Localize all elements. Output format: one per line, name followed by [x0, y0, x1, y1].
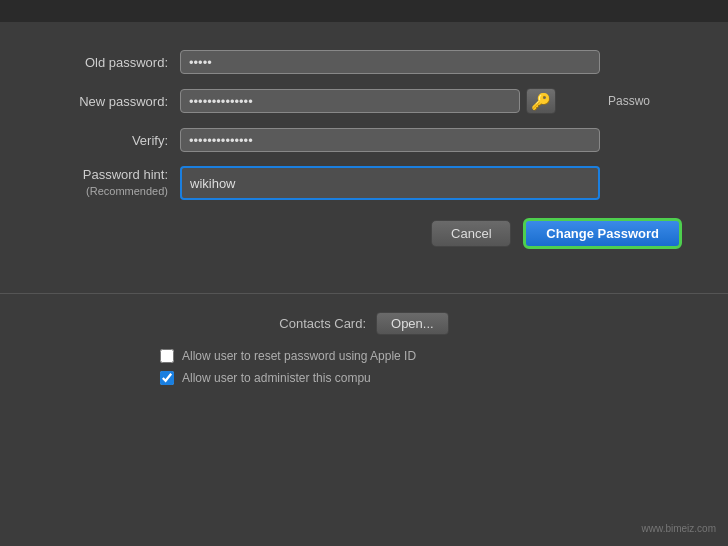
new-password-input[interactable]: [180, 89, 520, 113]
contacts-card-label: Contacts Card:: [279, 316, 366, 331]
key-icon-button[interactable]: 🔑: [526, 88, 556, 114]
buttons-row: Cancel Change Password: [68, 218, 688, 249]
dialog-area: Old password: New password: 🔑 Passwo Ver…: [0, 22, 728, 293]
allow-reset-checkbox[interactable]: [160, 349, 174, 363]
password-hint-row: Password hint: (Recommended): [40, 166, 688, 200]
old-password-label: Old password:: [40, 55, 180, 70]
verify-input-wrapper: [180, 128, 600, 152]
old-password-input-wrapper: [180, 50, 600, 74]
contacts-card-row: Contacts Card: Open...: [40, 312, 688, 335]
top-bar: [0, 0, 728, 22]
new-password-label: New password:: [40, 94, 180, 109]
key-icon: 🔑: [531, 92, 551, 111]
password-hint-label: Password hint: (Recommended): [40, 166, 180, 200]
password-side-label: Passwo: [608, 94, 650, 108]
new-password-row: New password: 🔑 Passwo: [40, 88, 688, 114]
allow-reset-row: Allow user to reset password using Apple…: [40, 349, 688, 363]
password-hint-input-wrapper: [180, 166, 600, 200]
divider: [0, 293, 728, 294]
bottom-section: Contacts Card: Open... Allow user to res…: [0, 312, 728, 385]
watermark: www.bimeiz.com: [642, 523, 716, 534]
verify-input[interactable]: [180, 128, 600, 152]
old-password-row: Old password:: [40, 50, 688, 74]
verify-row: Verify:: [40, 128, 688, 152]
password-hint-input[interactable]: [180, 166, 600, 200]
allow-reset-label: Allow user to reset password using Apple…: [182, 349, 416, 363]
open-button[interactable]: Open...: [376, 312, 449, 335]
allow-admin-checkbox[interactable]: [160, 371, 174, 385]
cancel-button[interactable]: Cancel: [431, 220, 511, 247]
verify-label: Verify:: [40, 133, 180, 148]
new-password-input-wrapper: 🔑: [180, 88, 600, 114]
main-container: Old password: New password: 🔑 Passwo Ver…: [0, 0, 728, 546]
old-password-input[interactable]: [180, 50, 600, 74]
allow-admin-label: Allow user to administer this compu: [182, 371, 371, 385]
allow-admin-row: Allow user to administer this compu: [40, 371, 688, 385]
change-password-button[interactable]: Change Password: [523, 218, 682, 249]
